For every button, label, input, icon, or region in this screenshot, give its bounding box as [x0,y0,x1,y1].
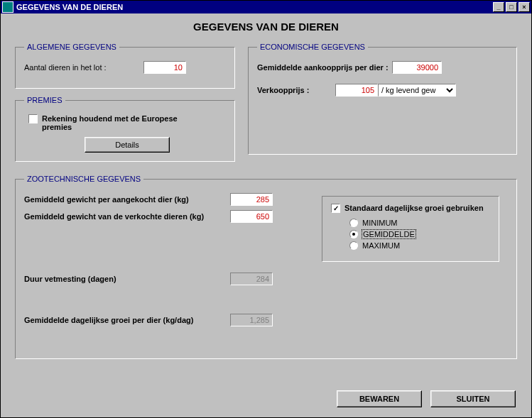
gewicht-verkocht-input[interactable] [230,210,273,223]
algemene-legend: ALGEMENE GEGEVENS [24,43,119,51]
aankoop-label: Gemiddelde aankoopprijs per dier : [257,63,392,72]
groei-label: Gemiddelde dagelijkse groei per dier (kg… [24,316,230,324]
zootechnische-gegevens-group: ZOOTECHNISCHE GEGEVENS Gemiddeld gewicht… [15,175,517,359]
details-button[interactable]: Details [85,137,170,153]
growth-opt-min: MINIMUM [362,219,398,227]
verkoop-input[interactable] [335,84,378,97]
growth-box: ✓ Standaard dagelijkse groei gebruiken M… [322,196,499,262]
econ-legend: ECONOMISCHE GEGEVENS [257,43,368,51]
gewicht-verkocht-label: Gemiddeld gewicht van de verkochte diere… [24,212,230,221]
close-icon[interactable]: × [519,2,530,12]
titlebar: GEGEVENS VAN DE DIEREN _ □ × [1,1,531,13]
verkoop-unit-select[interactable]: / kg levend gew [378,84,456,97]
aantal-input[interactable] [143,61,186,74]
aankoop-input[interactable] [392,61,442,74]
growth-opt-max: MAXIMUM [362,241,400,250]
gewicht-aangekocht-label: Gemiddeld gewicht per aangekocht dier (k… [24,195,230,204]
growth-radio-max[interactable] [349,241,358,250]
sluiten-button[interactable]: SLUITEN [430,390,516,407]
premies-legend: PREMIES [24,96,65,104]
verkoop-label: Verkoopprijs : [257,86,335,94]
window-title: GEGEVENS VAN DE DIEREN [13,3,492,11]
growth-opt-gem: GEMIDDELDE [362,230,416,238]
duur-label: Duur vetmesting (dagen) [24,275,230,283]
minimize-icon[interactable]: _ [493,2,504,12]
duur-input [230,273,273,285]
growth-check-label: Standaard dagelijkse groei gebruiken [344,204,484,212]
page-title: GEGEVENS VAN DE DIEREN [15,21,517,33]
growth-radio-min[interactable] [349,219,358,227]
gewicht-aangekocht-input[interactable] [230,193,273,206]
premies-check-label: Rekening houdend met de Europese premies [42,114,205,131]
growth-use-standard-checkbox[interactable]: ✓ [331,204,340,213]
premies-group: PREMIES Rekening houdend met de Europese… [15,96,235,162]
window: GEGEVENS VAN DE DIEREN _ □ × GEGEVENS VA… [0,0,532,418]
economische-gegevens-group: ECONOMISCHE GEGEVENS Gemiddelde aankoopp… [248,43,517,155]
groei-input [230,314,273,326]
window-controls: _ □ × [492,2,530,12]
client-area: GEGEVENS VAN DE DIEREN ALGEMENE GEGEVENS… [1,13,531,417]
app-icon [2,1,13,13]
premies-checkbox[interactable] [28,114,38,123]
growth-radio-gem[interactable] [349,230,358,238]
algemene-gegevens-group: ALGEMENE GEGEVENS Aantal dieren in het l… [15,43,235,89]
bewaren-button[interactable]: BEWAREN [337,390,422,407]
zoot-legend: ZOOTECHNISCHE GEGEVENS [24,175,143,183]
aantal-label: Aantal dieren in het lot : [24,63,138,72]
maximize-icon[interactable]: □ [506,2,517,12]
